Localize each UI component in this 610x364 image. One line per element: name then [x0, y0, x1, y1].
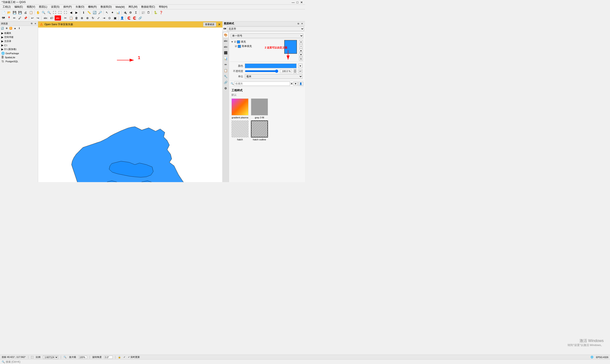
search-config-btn[interactable]: 👤 — [298, 82, 303, 86]
tb-label-3[interactable]: 🏷 — [49, 15, 54, 21]
tb-abc-1[interactable]: abc — [42, 15, 49, 21]
tb-open[interactable]: 📂 — [6, 10, 12, 15]
tb-zoom-sel[interactable]: ⛶ — [63, 10, 68, 15]
tb-delete[interactable]: 🗑 — [74, 15, 79, 21]
tb-label-1[interactable]: 📰 — [141, 10, 145, 15]
tb-user[interactable]: 👤 — [119, 15, 125, 21]
style-item-gray[interactable]: gray 3 fill — [251, 98, 268, 119]
style-tab-mask[interactable]: ✏ — [223, 62, 229, 67]
tb-new[interactable]: 📄 — [1, 10, 6, 15]
tb-ring[interactable]: ⊙ — [107, 15, 112, 21]
opacity-down-btn[interactable]: ▼ — [293, 71, 297, 73]
close-button[interactable]: ✕ — [300, 1, 303, 4]
search-clear-btn[interactable]: ✕ — [290, 82, 293, 85]
browser-item-c[interactable]: ▶ C:\ — [0, 43, 38, 47]
tb-print[interactable]: 🖨 — [23, 10, 28, 15]
fill-color-preview[interactable] — [284, 40, 297, 54]
tb-measure[interactable]: 📏 — [86, 10, 91, 15]
tb-select[interactable]: ↖ — [104, 10, 109, 15]
warning-check-btn[interactable]: 查看错误 — [203, 22, 216, 27]
menu-layer[interactable]: 图层(L) — [37, 5, 49, 9]
browser-close-btn[interactable]: ✕ — [34, 22, 37, 25]
tb-merge[interactable]: ⊕ — [79, 15, 85, 21]
menu-processing[interactable]: 数据处理(C) — [140, 5, 157, 9]
minimize-button[interactable]: — — [291, 1, 295, 4]
tb-identify[interactable]: ℹ — [81, 10, 86, 15]
color-dropdown-btn[interactable]: ▼ — [298, 64, 302, 68]
tb-rotate[interactable]: ↻ — [91, 15, 95, 21]
tb-attr[interactable]: 📊 — [116, 10, 120, 15]
style-tab-paint[interactable]: 🎨 — [223, 32, 229, 38]
tb-save[interactable]: 💾 — [12, 10, 17, 15]
browser-item-geopackage[interactable]: 🌐 GeoPackage — [0, 51, 38, 55]
tb-zoom-full[interactable]: ⛶ — [52, 10, 57, 15]
tb-help[interactable]: ❓ — [158, 10, 164, 15]
tb-deselect[interactable]: ✦ — [110, 10, 115, 15]
menu-plugins[interactable]: 插件(P) — [62, 5, 74, 9]
tb-zoom-next[interactable]: ▶ — [74, 10, 79, 15]
tb-edit-4[interactable]: 🖊 — [17, 15, 23, 21]
opacity-reset-btn[interactable]: ↩ — [299, 69, 302, 73]
style-tab-fields[interactable]: 📋 — [223, 68, 229, 73]
browser-collapse-btn[interactable]: ▲ — [13, 26, 17, 30]
tb-plugins-2[interactable]: ⚙ — [128, 10, 133, 15]
tb-paste[interactable]: 📋 — [68, 15, 74, 21]
style-tab-3d[interactable]: ⬛ — [223, 50, 229, 55]
style-item-hatch-outline[interactable]: hatch outline — [251, 120, 268, 141]
tb-edit-more[interactable]: ✂ — [63, 15, 68, 21]
tb-label-2[interactable]: 🗒 — [146, 10, 151, 15]
color-bar[interactable] — [245, 64, 297, 68]
opacity-value[interactable] — [280, 69, 292, 73]
browser-item-spatialite[interactable]: 🗄 SpatiaLite — [0, 55, 38, 59]
tb-zoom-in[interactable]: 🔍 — [41, 10, 46, 15]
tb-offset[interactable]: ⇥ — [102, 15, 106, 21]
menu-edit[interactable]: 编辑(E) — [13, 5, 25, 9]
tb-edit-1[interactable]: 🗺 — [1, 15, 6, 21]
tb-refresh[interactable]: 🔄 — [92, 10, 97, 15]
right-panel-float-btn[interactable]: ⧉ — [297, 22, 300, 26]
menu-settings[interactable]: 设置(S) — [49, 5, 61, 9]
tb-redo[interactable]: ↪ — [35, 15, 40, 21]
style-tab-aux[interactable]: ⚙ — [223, 86, 229, 91]
tb-compose[interactable]: 📋 — [28, 10, 33, 15]
tb-saveas[interactable]: 💾 — [17, 10, 23, 15]
menu-project[interactable]: 工程(J) — [1, 5, 12, 9]
add-layer-btn[interactable]: + — [299, 40, 303, 44]
search-dropdown-btn[interactable]: ▼ — [293, 82, 298, 86]
opacity-up-btn[interactable]: ▲ — [293, 69, 297, 71]
tb-pan[interactable]: ✋ — [35, 10, 40, 15]
menu-vector[interactable]: 矢量(O) — [74, 5, 86, 9]
browser-item-home[interactable]: ▶ 主目录 — [0, 39, 38, 43]
style-item-gradient[interactable]: gradient plasma — [232, 98, 248, 119]
tb-locate[interactable]: 🔎 — [97, 10, 103, 15]
remove-layer-btn[interactable]: − — [299, 44, 303, 48]
tb-scale[interactable]: ⤢ — [96, 15, 101, 21]
menu-database[interactable]: 数据库(D) — [99, 5, 114, 9]
opacity-slider[interactable] — [245, 69, 278, 73]
tb-fill[interactable]: ▣ — [113, 15, 117, 21]
tb-split[interactable]: ⊗ — [85, 15, 90, 21]
tb-zoom-layer[interactable]: ⛶ — [57, 10, 63, 15]
tb-plugins-1[interactable]: 🔌 — [122, 10, 128, 15]
style-tab-label2[interactable]: abc — [223, 44, 229, 50]
up-layer-btn[interactable]: ▲ — [299, 49, 303, 52]
map-area[interactable]: ⚠ Open Sans 字体安装失败 查看错误 ✕ — [38, 21, 222, 182]
maximize-button[interactable]: □ — [296, 1, 299, 4]
browser-item-favorites[interactable]: ▶ 收藏夹 — [0, 31, 38, 35]
style-tab-diagram[interactable]: 📊 — [223, 56, 229, 61]
down-layer-btn[interactable]: ▼ — [299, 53, 303, 56]
tb-label-4[interactable]: abc — [55, 15, 61, 21]
browser-refresh-btn[interactable]: 🔄 — [0, 26, 4, 30]
browser-add-btn[interactable]: ⊕ — [5, 26, 9, 30]
menu-raster[interactable]: 栅格(R) — [86, 5, 99, 9]
tb-edit-5[interactable]: 📌 — [23, 15, 28, 21]
tb-undo[interactable]: ↩ — [30, 15, 35, 21]
style-tab-attributes[interactable]: 🔧 — [223, 74, 229, 79]
right-panel-close-btn[interactable]: ✕ — [300, 22, 304, 26]
tb-snap-3[interactable]: 🔗 — [137, 15, 143, 21]
fill-tree-item[interactable]: ☑ 简单填充 — [235, 44, 283, 48]
tb-edit-3[interactable]: ✏ — [12, 15, 17, 21]
browser-filter-btn[interactable]: 🔽 — [9, 26, 13, 30]
tb-sum[interactable]: Σ — [133, 10, 139, 15]
copy-layer-btn[interactable]: ⎘ — [299, 57, 303, 61]
